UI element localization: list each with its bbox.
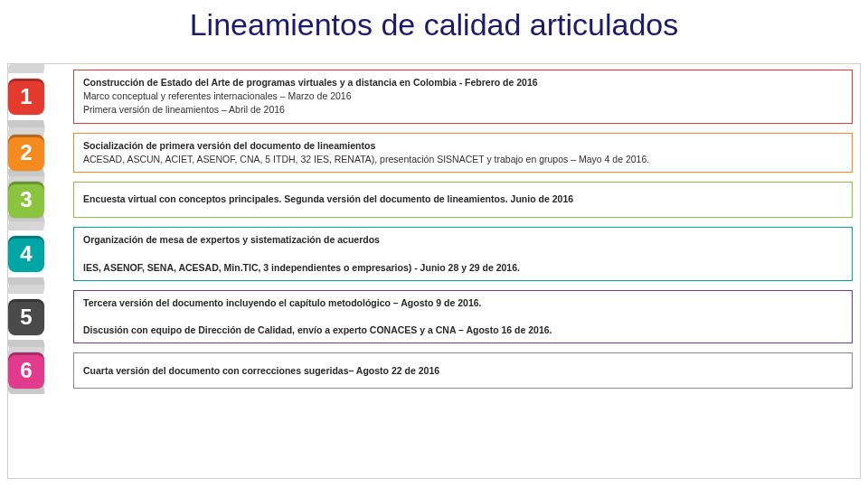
badge-number: 5 <box>8 299 44 335</box>
step-badge: 3 <box>5 182 48 218</box>
step-badge: 6 <box>5 352 48 389</box>
step-text-box: Socialización de primera versión del doc… <box>73 133 853 173</box>
step-text-box: Encuesta virtual con conceptos principal… <box>73 182 853 218</box>
step-text-line: IES, ASENOF, SENA, ACESAD, Min.TIC, 3 in… <box>83 261 843 275</box>
step-text-line <box>83 310 843 324</box>
step-text-line: Organización de mesa de expertos y siste… <box>83 233 843 247</box>
page-title: Lineamientos de calidad articulados <box>0 7 868 42</box>
badge-top-cap <box>7 64 45 73</box>
step-badge: 4 <box>5 227 48 281</box>
slide: Lineamientos de calidad articulados 1Con… <box>0 0 868 488</box>
steps-container: 1Construcción de Estado del Arte de prog… <box>7 63 861 479</box>
step-row: 1Construcción de Estado del Arte de prog… <box>8 70 860 124</box>
step-text-line: ACESAD, ASCUN, ACIET, ASENOF, CNA, 5 ITD… <box>83 153 843 166</box>
step-text-line: Tercera versión del documento incluyendo… <box>83 296 843 310</box>
step-text-line: Encuesta virtual con conceptos principal… <box>83 192 843 206</box>
step-row: 2Socialización de primera versión del do… <box>8 133 860 173</box>
step-text-line: Construcción de Estado del Arte de progr… <box>83 76 843 89</box>
step-row: 4Organización de mesa de expertos y sist… <box>8 227 860 281</box>
step-text-line: Cuarta versión del documento con correcc… <box>83 364 843 378</box>
badge-number: 1 <box>8 79 44 115</box>
step-badge: 2 <box>5 133 48 173</box>
step-badge: 5 <box>5 290 48 344</box>
badge-number: 3 <box>8 182 44 218</box>
badge-number: 2 <box>8 135 44 171</box>
step-text-line: Discusión con equipo de Dirección de Cal… <box>83 324 843 337</box>
step-badge: 1 <box>5 70 48 124</box>
step-text-line: Marco conceptual y referentes internacio… <box>83 89 843 103</box>
step-text-box: Construcción de Estado del Arte de progr… <box>73 70 853 124</box>
step-text-line <box>83 247 843 260</box>
badge-top-cap <box>7 285 45 294</box>
step-row: 5Tercera versión del documento incluyend… <box>8 290 860 344</box>
step-text-box: Cuarta versión del documento con correcc… <box>73 352 853 389</box>
badge-top-cap <box>7 221 45 230</box>
step-row: 6Cuarta versión del documento con correc… <box>8 352 860 389</box>
step-text-line: Socialización de primera versión del doc… <box>83 139 843 153</box>
step-row: 3Encuesta virtual con conceptos principa… <box>8 182 860 218</box>
step-text-box: Tercera versión del documento incluyendo… <box>73 290 853 344</box>
step-text-box: Organización de mesa de expertos y siste… <box>73 227 853 281</box>
badge-number: 6 <box>8 352 44 389</box>
badge-number: 4 <box>8 236 44 272</box>
step-text-line: Primera versión de lineamientos – Abril … <box>83 103 843 117</box>
